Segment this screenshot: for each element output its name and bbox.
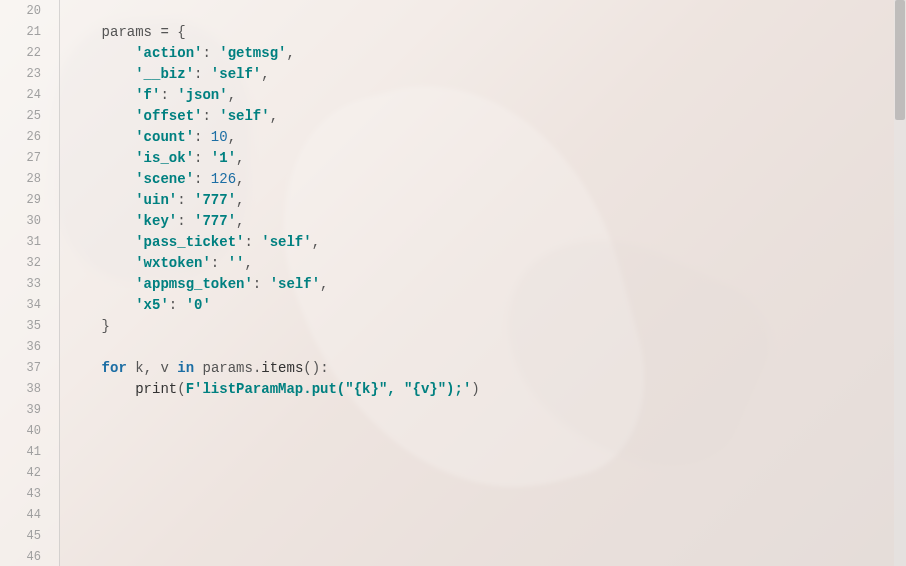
token-fstr: F'listParamMap.put(": [186, 381, 354, 397]
token-id: params: [202, 360, 252, 376]
code-line[interactable]: 'action': 'getmsg',: [68, 43, 906, 64]
code-line[interactable]: 'appmsg_token': 'self',: [68, 274, 906, 295]
code-line[interactable]: 'f': 'json',: [68, 85, 906, 106]
line-number: 25: [0, 106, 59, 127]
token-punc: :: [253, 276, 270, 292]
token-interp: {v}: [413, 381, 438, 397]
line-number: 46: [0, 547, 59, 566]
line-number: 30: [0, 211, 59, 232]
code-line[interactable]: [68, 400, 906, 421]
line-number: 41: [0, 442, 59, 463]
token-key: 'key': [135, 213, 177, 229]
code-line[interactable]: }: [68, 316, 906, 337]
line-number: 24: [0, 85, 59, 106]
code-line[interactable]: '__biz': 'self',: [68, 64, 906, 85]
code-line[interactable]: 'scene': 126,: [68, 169, 906, 190]
token-key: 'pass_ticket': [135, 234, 244, 250]
token-punc: ,: [270, 108, 278, 124]
token-punc: ,: [261, 66, 269, 82]
code-line[interactable]: 'key': '777',: [68, 211, 906, 232]
line-number: 38: [0, 379, 59, 400]
token-punc: ,: [228, 87, 236, 103]
code-line[interactable]: 'uin': '777',: [68, 190, 906, 211]
token-str: '0': [186, 297, 211, 313]
code-line[interactable]: [68, 1, 906, 22]
line-number: 26: [0, 127, 59, 148]
token-punc: ): [471, 381, 479, 397]
line-number: 27: [0, 148, 59, 169]
token-punc: ,: [286, 45, 294, 61]
code-line[interactable]: for k, v in params.items():: [68, 358, 906, 379]
token-punc: ,: [236, 213, 244, 229]
token-punc: ,: [236, 150, 244, 166]
code-line[interactable]: [68, 337, 906, 358]
line-number: 40: [0, 421, 59, 442]
line-number: 35: [0, 316, 59, 337]
scrollbar-thumb[interactable]: [895, 0, 905, 120]
code-line[interactable]: 'count': 10,: [68, 127, 906, 148]
line-number: 32: [0, 253, 59, 274]
line-number: 39: [0, 400, 59, 421]
token-str: 'self': [261, 234, 311, 250]
token-punc: [127, 360, 135, 376]
code-line[interactable]: 'offset': 'self',: [68, 106, 906, 127]
vertical-scrollbar[interactable]: [894, 0, 906, 566]
code-line[interactable]: print(F'listParamMap.put("{k}", "{v}");'…: [68, 379, 906, 400]
token-num: 126: [211, 171, 236, 187]
token-interp: {k}: [354, 381, 379, 397]
token-str: 'self': [211, 66, 261, 82]
token-punc: :: [194, 66, 211, 82]
code-line[interactable]: [68, 421, 906, 442]
editor-viewport: 2021222324252627282930313233343536373839…: [0, 0, 906, 566]
token-punc: :: [211, 255, 228, 271]
token-punc: = {: [152, 24, 186, 40]
line-number: 44: [0, 505, 59, 526]
token-key: 'scene': [135, 171, 194, 187]
token-str: 'self': [270, 276, 320, 292]
token-str: '777': [194, 192, 236, 208]
line-number: 29: [0, 190, 59, 211]
token-str: 'json': [177, 87, 227, 103]
code-line[interactable]: 'is_ok': '1',: [68, 148, 906, 169]
code-area[interactable]: params = { 'action': 'getmsg', '__biz': …: [60, 0, 906, 566]
code-line[interactable]: [68, 547, 906, 566]
token-punc: :: [202, 108, 219, 124]
token-punc: ,: [144, 360, 161, 376]
line-number: 31: [0, 232, 59, 253]
code-line[interactable]: 'wxtoken': '',: [68, 253, 906, 274]
token-punc: ():: [303, 360, 328, 376]
token-key: 'x5': [135, 297, 169, 313]
token-kw: for: [102, 360, 127, 376]
code-line[interactable]: [68, 505, 906, 526]
token-punc: :: [160, 87, 177, 103]
line-number: 36: [0, 337, 59, 358]
line-number-gutter: 2021222324252627282930313233343536373839…: [0, 0, 60, 566]
code-line[interactable]: [68, 484, 906, 505]
token-str: '': [228, 255, 245, 271]
code-line[interactable]: 'pass_ticket': 'self',: [68, 232, 906, 253]
token-key: '__biz': [135, 66, 194, 82]
token-punc: :: [244, 234, 261, 250]
code-line[interactable]: [68, 526, 906, 547]
line-number: 21: [0, 22, 59, 43]
code-line[interactable]: [68, 442, 906, 463]
token-punc: ,: [320, 276, 328, 292]
line-number: 34: [0, 295, 59, 316]
token-key: 'appmsg_token': [135, 276, 253, 292]
token-id: v: [160, 360, 168, 376]
token-fn: items: [261, 360, 303, 376]
token-punc: :: [177, 192, 194, 208]
code-line[interactable]: 'x5': '0': [68, 295, 906, 316]
token-key: 'uin': [135, 192, 177, 208]
token-punc: (: [177, 381, 185, 397]
code-line[interactable]: [68, 463, 906, 484]
line-number: 20: [0, 1, 59, 22]
token-id: k: [135, 360, 143, 376]
token-punc: :: [194, 171, 211, 187]
code-editor[interactable]: 2021222324252627282930313233343536373839…: [0, 0, 906, 566]
token-punc: }: [102, 318, 110, 334]
token-key: 'f': [135, 87, 160, 103]
token-str: '1': [211, 150, 236, 166]
line-number: 28: [0, 169, 59, 190]
code-line[interactable]: params = {: [68, 22, 906, 43]
